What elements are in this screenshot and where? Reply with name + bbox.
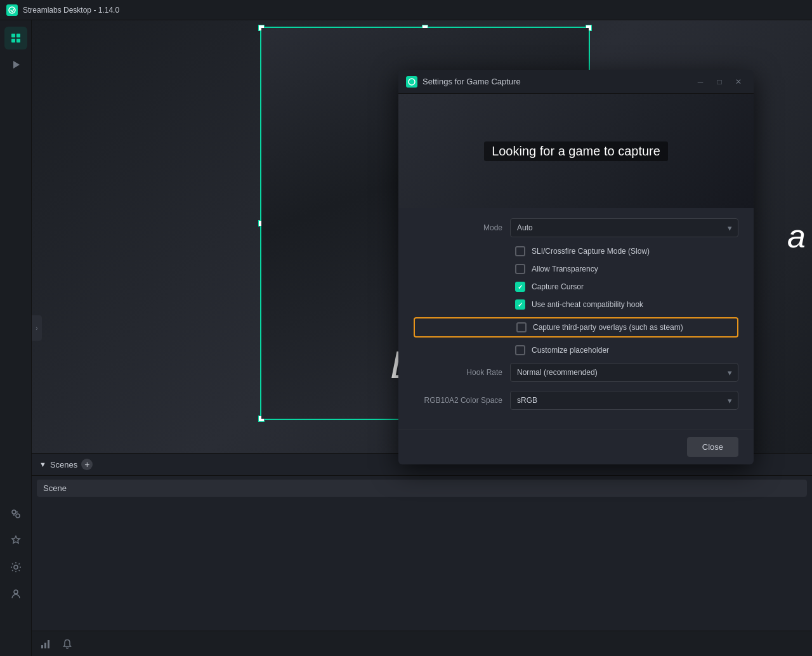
hook-rate-select-wrapper: Normal (recommended) Slow Fastest — [510, 363, 738, 382]
cursor-checkbox-row: Capture Cursor — [414, 282, 738, 292]
sidebar-item-user[interactable] — [4, 582, 27, 605]
sli-checkbox[interactable] — [515, 246, 525, 256]
sidebar-item-plugins2[interactable] — [4, 529, 27, 552]
color-space-select[interactable]: sRGB Default — [510, 391, 738, 410]
scenes-toggle[interactable]: ▼ — [39, 461, 46, 468]
scenes-panel: ▼ Scenes + Scene — [32, 454, 812, 631]
cursor-checkbox[interactable] — [515, 282, 525, 292]
transparency-label: Allow Transparency — [532, 265, 598, 273]
svg-point-8 — [14, 565, 18, 569]
scenes-title: Scenes — [50, 460, 77, 469]
title-bar: Streamlabs Desktop - 1.14.0 — [0, 0, 812, 20]
dialog-preview: Looking for a game to capture — [398, 94, 754, 208]
color-space-select-wrapper: sRGB Default — [510, 391, 738, 410]
collapse-sidebar-button[interactable]: › — [32, 315, 42, 341]
svg-point-9 — [14, 590, 18, 594]
scene-item[interactable]: Scene — [37, 480, 807, 497]
svg-rect-4 — [16, 39, 20, 43]
bottom-toolbar — [32, 631, 812, 656]
close-window-button[interactable]: ✕ — [731, 74, 746, 89]
sidebar-item-live[interactable] — [4, 53, 27, 76]
mode-select[interactable]: Auto Capture specific window Capture for… — [510, 218, 738, 237]
anticheat-checkbox[interactable] — [515, 299, 525, 310]
color-space-label: RGB10A2 Color Space — [414, 396, 502, 405]
hook-rate-control: Normal (recommended) Slow Fastest — [510, 363, 738, 382]
hook-rate-label: Hook Rate — [414, 368, 502, 377]
sidebar — [0, 20, 32, 656]
anticheat-checkbox-row: Use anti-cheat compatibility hook — [414, 299, 738, 310]
transparency-checkbox-row: Allow Transparency — [414, 264, 738, 274]
close-button[interactable]: Close — [687, 437, 738, 457]
bell-icon[interactable] — [60, 636, 75, 652]
sidebar-item-settings[interactable] — [4, 556, 27, 579]
svg-rect-1 — [11, 34, 15, 37]
sli-label: SLI/Crossfire Capture Mode (Slow) — [532, 247, 650, 256]
sli-checkbox-row: SLI/Crossfire Capture Mode (Slow) — [414, 246, 738, 256]
mode-control: Auto Capture specific window Capture for… — [510, 218, 738, 237]
placeholder-label: Customize placeholder — [532, 346, 609, 355]
placeholder-checkbox-row: Customize placeholder — [414, 345, 738, 355]
svg-rect-12 — [48, 640, 49, 648]
sidebar-bottom — [4, 502, 27, 605]
svg-rect-3 — [11, 39, 15, 43]
cursor-label: Capture Cursor — [532, 282, 584, 291]
overlays-checkbox[interactable] — [516, 322, 527, 332]
minimize-button[interactable]: ─ — [693, 74, 708, 89]
color-space-control: sRGB Default — [510, 391, 738, 410]
dialog-titlebar: Settings for Game Capture ─ □ ✕ — [398, 70, 754, 94]
hook-rate-select[interactable]: Normal (recommended) Slow Fastest — [510, 363, 738, 382]
window-buttons: ─ □ ✕ — [693, 74, 746, 89]
dialog-preview-text: Looking for a game to capture — [484, 141, 668, 161]
svg-rect-10 — [41, 645, 43, 648]
anticheat-label: Use anti-cheat compatibility hook — [532, 300, 643, 309]
sidebar-item-studio[interactable] — [4, 27, 27, 49]
dialog-app-icon — [406, 76, 417, 88]
maximize-button[interactable]: □ — [712, 74, 727, 89]
mode-label: Mode — [414, 223, 502, 232]
svg-point-6 — [12, 510, 16, 514]
mode-row: Mode Auto Capture specific window Captur… — [414, 218, 738, 237]
svg-point-0 — [9, 7, 15, 13]
dialog-body: Mode Auto Capture specific window Captur… — [398, 208, 754, 429]
svg-point-7 — [16, 514, 20, 518]
sidebar-item-plugins1[interactable] — [4, 502, 27, 525]
hook-rate-row: Hook Rate Normal (recommended) Slow Fast… — [414, 363, 738, 382]
svg-rect-11 — [44, 643, 46, 648]
settings-dialog: Settings for Game Capture ─ □ ✕ Looking … — [398, 70, 754, 464]
svg-marker-5 — [13, 61, 20, 69]
svg-rect-2 — [16, 34, 20, 37]
transparency-checkbox[interactable] — [515, 264, 525, 274]
add-scene-button[interactable]: + — [81, 459, 93, 470]
overlays-checkbox-row-highlighted: Capture third-party overlays (such as st… — [414, 317, 738, 338]
app-icon — [6, 4, 18, 16]
placeholder-checkbox[interactable] — [515, 345, 525, 355]
app-title: Streamlabs Desktop - 1.14.0 — [23, 6, 119, 15]
dialog-footer: Close — [398, 429, 754, 464]
svg-point-13 — [409, 79, 415, 85]
overlays-label: Capture third-party overlays (such as st… — [533, 323, 683, 332]
bottom-panel: ▼ Scenes + Scene — [32, 453, 812, 631]
stats-icon[interactable] — [38, 636, 53, 652]
color-space-row: RGB10A2 Color Space sRGB Default — [414, 391, 738, 410]
mode-select-wrapper: Auto Capture specific window Capture for… — [510, 218, 738, 237]
dialog-title: Settings for Game Capture — [422, 77, 688, 86]
right-edge-text: a — [787, 217, 806, 255]
